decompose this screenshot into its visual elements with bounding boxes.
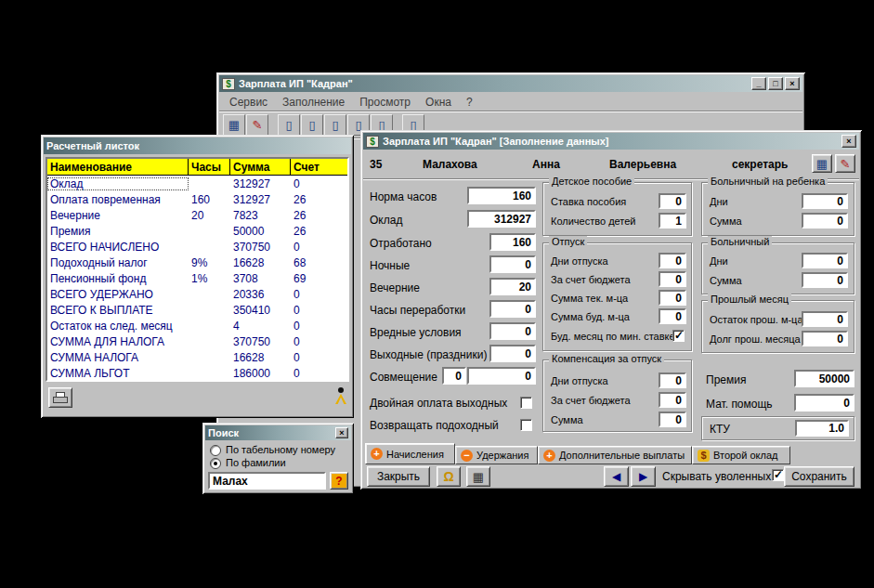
- employee-middle-name: Валерьевна: [609, 158, 676, 171]
- child-sick-sum-input[interactable]: [802, 213, 848, 229]
- group-previous-month: Прошлый месяц Остаток прош. м-ца Долг пр…: [701, 300, 854, 353]
- group-sick-leave: Больничный Дни Сумма: [701, 242, 854, 294]
- salary-input[interactable]: [467, 210, 536, 228]
- toolbar-button[interactable]: ▯: [324, 114, 346, 136]
- window-controls: ×: [335, 427, 348, 438]
- prev-month-debt-input[interactable]: [802, 331, 848, 346]
- table-row[interactable]: Подоходный налог 9% 16628 68: [47, 255, 347, 270]
- table-row[interactable]: СУММА НАЛОГА 16628 0: [47, 349, 347, 365]
- person-icon[interactable]: [333, 386, 348, 405]
- table-row[interactable]: Оплата повременная 160 312927 26: [47, 191, 347, 207]
- edit-icon: ✎: [841, 158, 851, 170]
- ktu-input[interactable]: [795, 420, 849, 437]
- maximize-button[interactable]: □: [768, 77, 783, 90]
- table-row[interactable]: ВСЕГО УДЕРЖАНО 20336 0: [47, 286, 347, 302]
- radio-by-name[interactable]: [210, 458, 221, 469]
- holidays-input[interactable]: [489, 345, 536, 362]
- vacation-next-month-input[interactable]: [659, 308, 686, 324]
- return-tax-checkbox[interactable]: [520, 419, 532, 431]
- close-button[interactable]: ×: [335, 427, 348, 438]
- vacation-days-input[interactable]: [659, 253, 686, 268]
- column-header[interactable]: Часы: [189, 159, 230, 175]
- vacation-budget-input[interactable]: [659, 271, 686, 287]
- sick-sum-input[interactable]: [802, 272, 848, 288]
- bonus-input[interactable]: [794, 370, 854, 387]
- menu-item[interactable]: ?: [460, 94, 479, 111]
- harmful-input[interactable]: [489, 322, 536, 340]
- column-header[interactable]: Счет: [291, 159, 347, 175]
- radio-by-number[interactable]: [210, 445, 221, 456]
- report-button[interactable]: ▦: [812, 154, 832, 173]
- overtime-input[interactable]: [489, 300, 536, 318]
- worked-input[interactable]: [489, 233, 536, 251]
- tab[interactable]: + Начисления: [365, 443, 455, 464]
- cell-sum: 350410: [230, 304, 291, 317]
- close-button[interactable]: ×: [785, 77, 800, 90]
- prev-month-rest-input[interactable]: [802, 311, 848, 327]
- calculator-button[interactable]: ▦: [466, 466, 490, 487]
- column-header[interactable]: Сумма: [230, 159, 291, 175]
- minimize-button[interactable]: _: [751, 77, 766, 90]
- vacation-min-rate-checkbox[interactable]: [672, 330, 685, 342]
- vacation-current-month-input[interactable]: [659, 290, 686, 306]
- hide-fired-checkbox[interactable]: [772, 469, 784, 481]
- prev-month-rest-label: Остаток прош. м-ца: [710, 314, 803, 325]
- save-button[interactable]: Сохранить: [784, 466, 854, 487]
- edit-button[interactable]: ✎: [835, 154, 855, 173]
- column-header[interactable]: Наименование: [47, 159, 189, 175]
- table-row[interactable]: ВСЕГО К ВЫПЛАТЕ 350410 0: [47, 302, 347, 318]
- sick-days-input[interactable]: [802, 253, 848, 268]
- form-window-title: Зарплата ИП "Кадран" [Заполнение данных]: [383, 136, 838, 147]
- tab[interactable]: + Дополнительные выплаты: [538, 446, 692, 464]
- menu-item[interactable]: Окна: [419, 94, 458, 111]
- toolbar-button[interactable]: ▯: [278, 114, 300, 136]
- payslip-titlebar[interactable]: Расчетный листок: [44, 137, 351, 154]
- table-row[interactable]: Вечерние 20 7823 26: [47, 207, 347, 223]
- double-pay-checkbox[interactable]: [520, 397, 532, 409]
- child-sick-days-input[interactable]: [802, 193, 848, 209]
- cell-account: 69: [291, 272, 347, 285]
- prev-record-button[interactable]: ◀: [604, 466, 629, 487]
- search-titlebar[interactable]: Поиск ×: [205, 425, 351, 440]
- toolbar-button[interactable]: ✎: [246, 114, 268, 136]
- toolbar-button[interactable]: ▦: [223, 114, 245, 136]
- tab[interactable]: $ Второй оклад: [692, 446, 790, 464]
- evening-input[interactable]: [489, 278, 536, 295]
- norm-hours-input[interactable]: [467, 187, 536, 204]
- menu-item[interactable]: Просмотр: [353, 94, 417, 111]
- search-input[interactable]: [208, 472, 326, 490]
- benefit-rate-label: Ставка пособия: [551, 196, 626, 207]
- table-row[interactable]: Оклад 312927 0: [47, 176, 347, 191]
- tab[interactable]: − Удержания: [455, 446, 538, 464]
- table-row[interactable]: Премия 50000 26: [47, 223, 347, 239]
- cell-account: 26: [291, 209, 347, 222]
- main-titlebar[interactable]: $ Зарплата ИП "Кадран" _ □ ×: [219, 75, 802, 92]
- child-sick-days-label: Дни: [710, 196, 728, 207]
- close-form-button[interactable]: Закрыть: [367, 466, 430, 487]
- compensation-sum-input[interactable]: [659, 412, 686, 427]
- menu-item[interactable]: Заполнение: [276, 94, 351, 111]
- compensation-days-input[interactable]: [659, 372, 686, 388]
- table-row[interactable]: Остаток на след. месяц 4 0: [47, 318, 347, 333]
- table-row[interactable]: ВСЕГО НАЧИСЛЕНО 370750 0: [47, 239, 347, 255]
- toolbar-button[interactable]: ▯: [301, 114, 323, 136]
- combination-input-1[interactable]: [442, 367, 466, 385]
- close-button[interactable]: ×: [841, 135, 856, 148]
- combination-input-2[interactable]: [467, 367, 536, 385]
- form-titlebar[interactable]: $ Зарплата ИП "Кадран" [Заполнение данны…: [363, 133, 859, 150]
- children-count-input[interactable]: [659, 213, 686, 229]
- compensation-budget-input[interactable]: [659, 392, 686, 408]
- menu-item[interactable]: Сервис: [223, 94, 274, 111]
- table-row[interactable]: СУММА ЛЬГОТ 186000 0: [47, 365, 347, 381]
- table-row[interactable]: Пенсионный фонд 1% 3708 69: [47, 270, 347, 286]
- cell-hours: 20: [189, 209, 230, 222]
- help-button[interactable]: ?: [330, 472, 348, 490]
- next-record-button[interactable]: ▶: [631, 466, 656, 487]
- night-input[interactable]: [489, 255, 536, 273]
- material-help-input[interactable]: [794, 394, 854, 412]
- table-row[interactable]: СУММА ДЛЯ НАЛОГА 370750 0: [47, 333, 347, 349]
- print-button[interactable]: [48, 387, 72, 408]
- ktu-panel: КТУ: [701, 416, 854, 440]
- benefit-rate-input[interactable]: [659, 193, 686, 209]
- bell-button[interactable]: Ω: [437, 466, 461, 487]
